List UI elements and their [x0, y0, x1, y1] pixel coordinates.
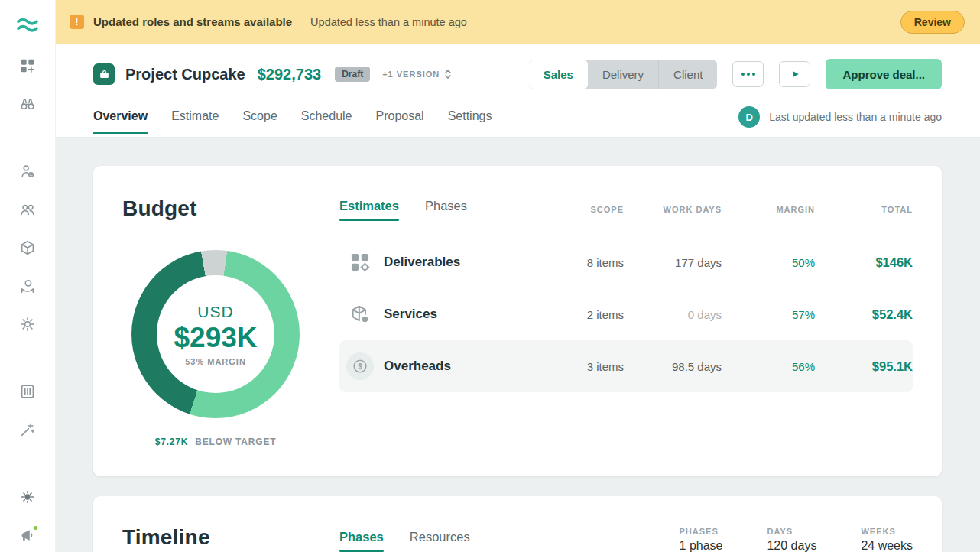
stat-label: WEEKS — [861, 527, 913, 536]
chevron-updown-icon — [444, 69, 452, 80]
tab-settings[interactable]: Settings — [448, 109, 492, 134]
stat-weeks: WEEKS 24 weeks — [861, 527, 913, 552]
approve-deal-button[interactable]: Approve deal... — [826, 59, 942, 89]
below-target-note: $7.27K BELOW TARGET — [122, 437, 309, 447]
productive-logo-icon[interactable] — [14, 11, 41, 38]
below-target-value: $7.27K — [155, 437, 189, 447]
last-updated-text: Last updated less than a minute ago — [769, 111, 942, 123]
col-margin: MARGIN — [722, 205, 815, 214]
page-content: Budget USD $293K 53% MARGIN $7.27K BELOW… — [56, 138, 980, 552]
contact-icon[interactable] — [18, 162, 37, 180]
col-total: TOTAL — [815, 205, 913, 214]
row-total: $95.1K — [815, 359, 913, 374]
tab-estimate[interactable]: Estimate — [171, 109, 219, 134]
tab-timeline-resources[interactable]: Resources — [410, 530, 470, 552]
row-work-days: 98.5 days — [624, 360, 722, 373]
col-scope: SCOPE — [540, 205, 624, 214]
package-icon[interactable] — [18, 239, 37, 257]
row-work-days: 0 days — [624, 308, 722, 321]
donut-currency: USD — [197, 303, 233, 321]
row-name: Overheads — [381, 359, 540, 374]
budget-title: Budget — [122, 196, 339, 221]
warning-icon: ! — [70, 15, 84, 29]
stat-value: 1 phase — [680, 539, 723, 552]
row-scope: 8 items — [540, 256, 624, 269]
row-name: Deliverables — [381, 255, 540, 270]
play-icon — [790, 69, 800, 80]
budget-table-header: Estimates Phases SCOPE WORK DAYS MARGIN … — [339, 196, 913, 222]
row-margin: 56% — [722, 360, 815, 373]
avatar[interactable]: D — [738, 106, 760, 128]
table-row-services[interactable]: Services 2 items 0 days 57% $52.4K — [339, 288, 913, 340]
stat-value: 120 days — [767, 539, 816, 552]
automation-wand-icon[interactable] — [18, 420, 37, 439]
tab-estimates[interactable]: Estimates — [339, 199, 399, 221]
more-options-icon — [741, 73, 745, 76]
play-button[interactable] — [779, 61, 810, 87]
tab-schedule[interactable]: Schedule — [301, 109, 352, 134]
tab-proposal[interactable]: Proposal — [376, 109, 424, 134]
status-badge: Draft — [335, 67, 370, 82]
timeline-tabs: Phases Resources — [339, 525, 470, 552]
ledger-icon[interactable] — [18, 382, 37, 401]
table-row-overheads[interactable]: $ Overheads 3 items 98.5 days 56% $95.1K — [339, 340, 913, 392]
table-row-deliverables[interactable]: Deliverables 8 items 177 days 50% $146K — [339, 236, 913, 288]
apps-icon[interactable] — [18, 57, 37, 75]
row-total: $52.4K — [815, 307, 913, 322]
segment-sales[interactable]: Sales — [529, 60, 588, 89]
stat-label: PHASES — [680, 527, 723, 536]
row-margin: 50% — [722, 256, 815, 269]
more-options-button[interactable] — [732, 61, 764, 87]
project-header: Project Cupcake $292,733 Draft +1 VERSIO… — [56, 44, 980, 138]
row-scope: 2 items — [540, 308, 624, 321]
view-segmented-control: Sales Delivery Client — [529, 60, 718, 89]
row-work-days: 177 days — [624, 256, 722, 269]
review-button[interactable]: Review — [900, 11, 965, 34]
settings-icon[interactable] — [18, 315, 37, 333]
budget-donut-chart: USD $293K 53% MARGIN — [131, 250, 300, 418]
stat-days: DAYS 120 days — [767, 527, 816, 552]
overheads-icon: $ — [339, 352, 381, 380]
main-area: ! Updated roles and streams available Up… — [56, 0, 980, 552]
below-target-label: BELOW TARGET — [195, 437, 276, 447]
segment-delivery[interactable]: Delivery — [588, 60, 659, 89]
timeline-title: Timeline — [122, 525, 339, 550]
team-icon[interactable] — [18, 200, 37, 219]
project-title: Project Cupcake — [125, 66, 245, 83]
services-hand-icon[interactable] — [18, 277, 37, 295]
budget-card: Budget USD $293K 53% MARGIN $7.27K BELOW… — [93, 166, 942, 476]
col-work-days: WORK DAYS — [624, 205, 722, 214]
row-margin: 57% — [722, 308, 815, 321]
tab-timeline-phases[interactable]: Phases — [339, 530, 384, 552]
theme-sun-icon[interactable] — [18, 488, 37, 506]
stat-value: 24 weeks — [861, 539, 913, 552]
segment-client[interactable]: Client — [659, 60, 717, 89]
timeline-stats: PHASES 1 phase DAYS 120 days WEEKS 24 we… — [680, 525, 913, 552]
notification-dot — [32, 524, 39, 531]
scout-icon[interactable] — [18, 95, 37, 113]
svg-text:$: $ — [358, 362, 362, 371]
budget-card-tabs: Estimates Phases — [339, 199, 540, 221]
version-label: +1 VERSION — [382, 70, 440, 79]
project-amount: $292,733 — [258, 66, 321, 83]
banner-subtitle: Updated less than a minute ago — [310, 16, 467, 28]
donut-amount: $293K — [174, 322, 257, 354]
project-tabs: Overview Estimate Scope Schedule Proposa… — [93, 109, 492, 134]
donut-margin-label: 53% MARGIN — [185, 357, 246, 366]
app-window: ! Updated roles and streams available Up… — [0, 0, 980, 552]
tab-phases[interactable]: Phases — [425, 199, 467, 221]
banner-title: Updated roles and streams available — [93, 15, 292, 28]
sidebar — [0, 0, 56, 552]
whats-new-megaphone-icon[interactable] — [18, 526, 37, 544]
project-icon — [93, 63, 115, 85]
row-scope: 3 items — [540, 360, 624, 373]
tab-scope[interactable]: Scope — [242, 109, 277, 134]
row-total: $146K — [815, 255, 913, 270]
timeline-card: Timeline Phases Resources PHASES 1 phase… — [93, 496, 942, 552]
stat-phases: PHASES 1 phase — [680, 527, 723, 552]
update-banner: ! Updated roles and streams available Up… — [56, 0, 980, 44]
deliverables-icon — [339, 252, 381, 273]
row-name: Services — [381, 307, 540, 322]
tab-overview[interactable]: Overview — [93, 109, 148, 134]
version-selector[interactable]: +1 VERSION — [382, 69, 452, 80]
